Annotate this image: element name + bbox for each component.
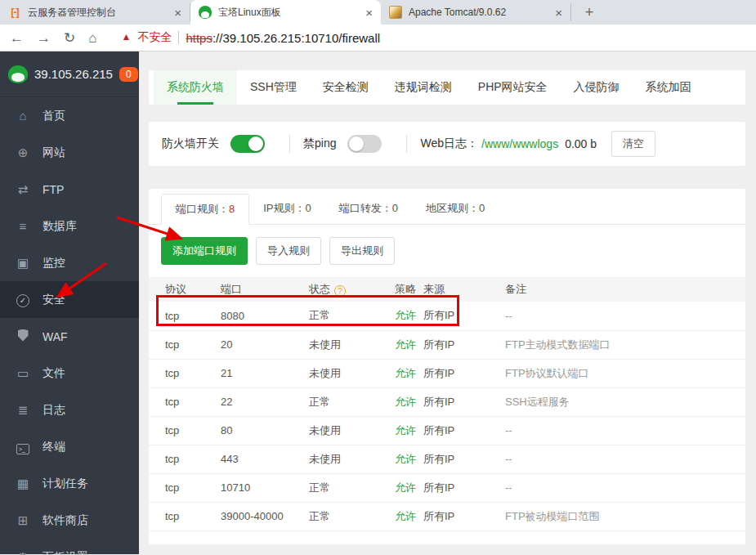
rule-tabs: 端口规则：8 IP规则：0 端口转发：0 地区规则：0 <box>149 194 745 225</box>
firewall-switch-label: 防火墙开关 <box>162 137 219 151</box>
home-icon: ⌂ <box>15 109 31 123</box>
tab-php-site-security[interactable]: PHP网站安全 <box>465 70 561 105</box>
sidebar-item-waf[interactable]: WAF <box>0 318 139 355</box>
sidebar-item-label: 终端 <box>42 440 65 454</box>
appstore-grid-icon: ⊞ <box>15 513 31 528</box>
insecure-label: 不安全 <box>137 30 172 45</box>
website-icon: ⊕ <box>15 145 31 160</box>
browser-tab-tomcat[interactable]: Apache Tomcat/9.0.62 × <box>381 3 571 21</box>
insecure-warning-icon: ▲ <box>122 31 132 43</box>
sidebar-item-label: 网站 <box>42 145 65 160</box>
cell-protocol: tcp <box>149 502 221 530</box>
tab-port-rules[interactable]: 端口规则：8 <box>161 194 249 225</box>
url-text: https://39.105.26.215:10710/firewall <box>186 31 380 45</box>
home-icon[interactable]: ⌂ <box>88 31 96 45</box>
sidebar-item-monitor[interactable]: ▣ 监控 <box>0 244 139 281</box>
tab-security-scan[interactable]: 安全检测 <box>310 70 382 105</box>
table-row: tcp 10710 正常 允许 所有IP -- <box>149 473 745 502</box>
tab-intrusion-defense[interactable]: 入侵防御 <box>561 70 633 105</box>
export-rules-button[interactable]: 导出规则 <box>329 237 395 265</box>
close-icon[interactable]: × <box>365 7 373 19</box>
table-row: tcp 443 未使用 允许 所有IP -- <box>149 445 745 473</box>
address-bar: ← → ↻ ⌂ ▲ 不安全 https://39.105.26.215:1071… <box>0 25 756 51</box>
tab-region-rules[interactable]: 地区规则：0 <box>412 194 499 224</box>
cell-remark: -- <box>505 302 745 330</box>
sidebar-item-website[interactable]: ⊕ 网站 <box>0 134 139 171</box>
cell-status: 未使用 <box>309 445 395 473</box>
files-folder-icon: ▭ <box>15 366 31 381</box>
ping-toggle[interactable] <box>347 135 382 153</box>
browser-tab-title: 宝塔Linux面板 <box>218 6 359 20</box>
browser-tab-strip: [-] 云服务器管理控制台 × 宝塔Linux面板 × Apache Tomca… <box>0 0 756 25</box>
browser-tab-title: 云服务器管理控制台 <box>28 6 168 20</box>
clear-log-button[interactable]: 清空 <box>611 131 655 157</box>
cell-source: 所有IP <box>423 359 505 387</box>
browser-tab-cloud-console[interactable]: [-] 云服务器管理控制台 × <box>0 3 190 21</box>
sidebar-item-settings[interactable]: ⚙ 面板设置 <box>0 539 139 555</box>
close-icon[interactable]: × <box>555 7 562 19</box>
main-content: 系统防火墙 SSH管理 安全检测 违规词检测 PHP网站安全 入侵防御 系统加固… <box>139 51 756 554</box>
tab-system-firewall[interactable]: 系统防火墙 <box>154 70 237 105</box>
ping-label: 禁ping <box>303 137 336 151</box>
cell-status: 正常 <box>309 473 395 502</box>
sidebar-item-label: 首页 <box>42 109 65 123</box>
table-header-row: 协议 端口 状态? 策略 来源 备注 <box>149 277 745 302</box>
table-row: tcp 39000-40000 正常 允许 所有IP FTP被动模端口范围 <box>149 502 745 530</box>
rule-actions: 添加端口规则 导入规则 导出规则 <box>149 225 745 265</box>
import-rules-button[interactable]: 导入规则 <box>256 237 321 265</box>
sidebar-item-home[interactable]: ⌂ 首页 <box>0 97 139 134</box>
sidebar-item-label: WAF <box>42 330 68 343</box>
cell-source: 所有IP <box>423 416 505 445</box>
browser-tab-title: Apache Tomcat/9.0.62 <box>409 7 548 18</box>
back-icon[interactable]: ← <box>10 31 24 45</box>
firewall-toggle[interactable] <box>230 135 265 153</box>
status-help-icon[interactable]: ? <box>334 285 346 297</box>
sidebar-header[interactable]: 39.105.26.215 0 <box>0 51 139 97</box>
region-rules-count: 0 <box>479 202 485 214</box>
sidebar-item-cron[interactable]: ▦ 计划任务 <box>0 465 139 502</box>
cell-protocol: tcp <box>149 416 221 445</box>
sidebar-item-label: 计划任务 <box>42 477 88 491</box>
reload-icon[interactable]: ↻ <box>64 31 75 45</box>
cell-port: 39000-40000 <box>221 502 309 530</box>
cell-remark: -- <box>505 445 745 473</box>
weblog-path-link[interactable]: /www/wwwlogs <box>481 137 558 150</box>
sidebar-item-label: 文件 <box>42 366 65 381</box>
logs-icon: ≣ <box>15 403 31 418</box>
sidebar-item-files[interactable]: ▭ 文件 <box>0 355 139 392</box>
sidebar-item-terminal[interactable]: >_ 终端 <box>0 428 139 465</box>
waf-shield-icon <box>15 329 31 344</box>
sidebar-item-logs[interactable]: ≣ 日志 <box>0 392 139 428</box>
security-shield-icon: ✓ <box>15 292 31 307</box>
close-icon[interactable]: × <box>174 7 181 19</box>
rules-card: 端口规则：8 IP规则：0 端口转发：0 地区规则：0 添加端口规则 导入规则 … <box>149 189 745 544</box>
sidebar-nav: ⌂ 首页 ⊕ 网站 ⇄ FTP ≡ 数据库 ▣ 监控 <box>0 97 139 555</box>
sidebar-item-ftp[interactable]: ⇄ FTP <box>0 171 139 208</box>
sidebar-item-label: 面板设置 <box>42 550 88 555</box>
browser-tab-baota-panel[interactable]: 宝塔Linux面板 × <box>190 0 381 25</box>
new-tab-button[interactable]: + <box>578 1 601 24</box>
cell-protocol: tcp <box>149 445 221 473</box>
add-port-rule-button[interactable]: 添加端口规则 <box>161 237 248 265</box>
sidebar-item-label: 安全 <box>42 293 65 307</box>
firewall-toggle-bar: 防火墙开关 禁ping Web日志： /www/wwwlogs 0.00 b 清… <box>149 122 745 166</box>
col-protocol: 协议 <box>149 277 221 302</box>
sidebar-item-appstore[interactable]: ⊞ 软件商店 <box>0 502 139 539</box>
cell-source: 所有IP <box>423 387 505 416</box>
message-count-badge[interactable]: 0 <box>119 67 138 82</box>
weblog-label: Web日志： <box>420 137 478 151</box>
table-row: tcp 22 正常 允许 所有IP SSH远程服务 <box>149 387 745 416</box>
tab-port-forwarding[interactable]: 端口转发：0 <box>325 194 412 224</box>
sidebar-item-security[interactable]: ✓ 安全 <box>0 281 139 318</box>
sidebar-item-label: 监控 <box>42 256 65 271</box>
cell-source: 所有IP <box>423 330 505 359</box>
sidebar-item-database[interactable]: ≡ 数据库 <box>0 208 139 244</box>
url-field[interactable]: ▲ 不安全 https://39.105.26.215:10710/firewa… <box>122 30 381 45</box>
tab-ip-rules[interactable]: IP规则：0 <box>249 194 325 224</box>
col-policy: 策略 <box>395 277 423 302</box>
tab-system-hardening[interactable]: 系统加固 <box>633 70 705 105</box>
cell-policy: 允许 <box>395 416 423 445</box>
tab-ssh-management[interactable]: SSH管理 <box>237 70 310 105</box>
tab-banned-words[interactable]: 违规词检测 <box>382 70 465 105</box>
forward-icon[interactable]: → <box>37 31 51 45</box>
